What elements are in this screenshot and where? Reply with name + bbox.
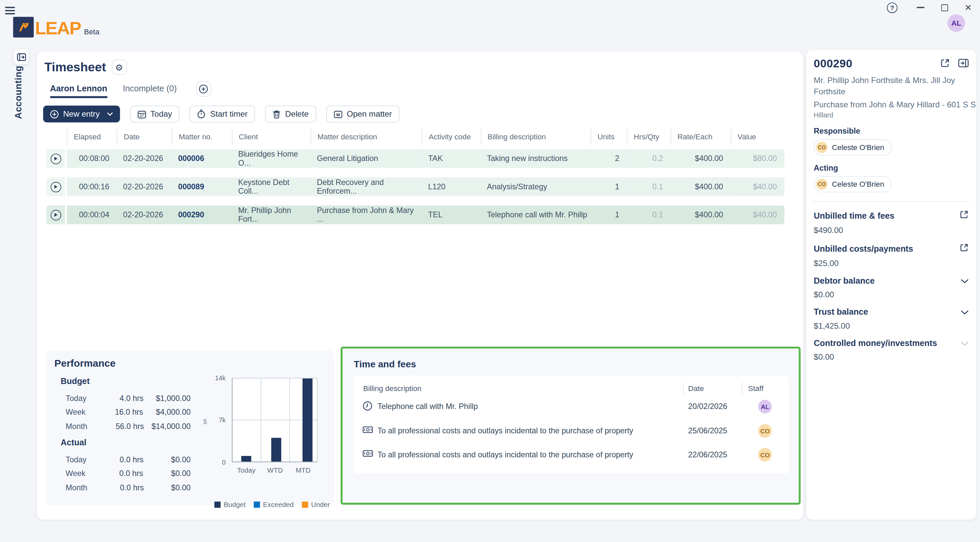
col-header-matter-description: Matter description [310, 129, 422, 145]
help-icon[interactable]: ? [887, 2, 897, 13]
calendar-icon [137, 110, 146, 118]
matter-no-link[interactable]: 000290 [178, 210, 204, 219]
col-header-hrs-qty: Hrs/Qty [627, 129, 670, 145]
matter-number-title: 000290 [814, 57, 853, 70]
staff-avatar: AL [758, 400, 772, 413]
gear-icon: ⚙ [115, 63, 123, 71]
matter-description: Purchase from John & Mary Hillard - 601 … [814, 100, 969, 109]
col-header-date: Date [117, 129, 172, 145]
time-fee-entry[interactable]: To all professional costs and outlays in… [354, 447, 789, 464]
time-fee-entry[interactable]: Telephone call with Mr. Phillp 20/02/202… [354, 399, 789, 415]
trash-icon [272, 110, 280, 118]
divider [813, 201, 970, 202]
window-controls: ? ✕ [887, 0, 980, 15]
timesheet-panel: Timesheet ⚙ Aaron Lennon Incomplete (0) … [37, 52, 803, 520]
staff-avatar: CO [758, 424, 772, 437]
today-button[interactable]: Today [130, 106, 180, 123]
svg-text:M: M [336, 112, 340, 117]
avatar: CO [816, 179, 827, 190]
avatar: CO [816, 142, 827, 153]
stopwatch-icon [197, 109, 206, 119]
controlled-money-label: Controlled money/investments [814, 339, 969, 348]
plus-circle-icon [50, 110, 59, 118]
unbilled-time-fees-value: $490.00 [814, 225, 969, 235]
delete-button[interactable]: Delete [265, 106, 316, 123]
play-timer-icon[interactable] [50, 181, 61, 192]
col-header-units: Units [591, 129, 627, 145]
start-timer-button[interactable]: Start timer [189, 106, 255, 123]
tab-aaron-lennon[interactable]: Aaron Lennon [50, 84, 107, 98]
chevron-down-icon[interactable] [961, 307, 969, 317]
logo-text: LEAP [35, 19, 81, 37]
matter-sub-label: Hillard [814, 111, 969, 119]
col-header-rate-each: Rate/Each [671, 129, 731, 145]
open-matter-external-icon[interactable] [940, 58, 950, 70]
add-tab-button[interactable] [196, 81, 211, 97]
col-header-billing-description: Billing description [480, 129, 591, 145]
time-fee-entry[interactable]: To all professional costs and outlays in… [354, 423, 789, 440]
debtor-balance-value: $0.00 [814, 290, 969, 299]
trust-balance-label: Trust balance [814, 307, 969, 317]
acting-label: Acting [814, 164, 969, 172]
col-header-matter-no: Matter no. [172, 129, 232, 145]
table-header-row: Elapsed Date Matter no. Client Matter de… [46, 129, 794, 145]
acting-person-chip[interactable]: CO Celeste O'Brien [814, 176, 892, 192]
plus-circle-icon [199, 84, 208, 94]
table-row[interactable]: 00:08:00 02-20-2026 000006 Blueridges Ho… [46, 149, 794, 168]
app-window: ? ✕ LEAP Beta AL Accounting Timesheet ⚙ … [0, 0, 980, 542]
matter-details-sidebar: 000290 Mr. Phillip John Forthsite & Mrs.… [806, 50, 976, 520]
bar-wtd [271, 437, 281, 461]
trust-balance-value: $1,425.00 [814, 321, 969, 330]
external-link-icon[interactable] [959, 210, 969, 221]
sidebar-section-accounting: Accounting [12, 66, 23, 119]
controlled-money-value: $0.00 [814, 352, 969, 362]
matter-no-link[interactable]: 000089 [178, 182, 204, 191]
legend-swatch-exceeded [253, 502, 260, 508]
timesheet-settings-button[interactable]: ⚙ [112, 59, 127, 75]
leap-logo-icon [13, 17, 34, 38]
bar-mtd [302, 378, 313, 461]
legend-swatch-budget [215, 502, 221, 508]
time-and-fees-panel-highlighted: Time and fees Billing description Date S… [340, 347, 800, 505]
banknote-icon [363, 425, 373, 436]
tab-incomplete[interactable]: Incomplete (0) [123, 84, 177, 98]
close-button[interactable]: ✕ [956, 0, 980, 15]
banknote-icon [363, 449, 373, 460]
beta-badge: Beta [84, 27, 99, 36]
col-header-elapsed: Elapsed [67, 129, 117, 145]
external-link-icon[interactable] [959, 243, 969, 254]
unbilled-costs-label: Unbilled costs/payments [814, 243, 969, 254]
budget-label: Budget [61, 377, 90, 386]
performance-title: Performance [54, 358, 115, 369]
col-header-client: Client [232, 129, 310, 145]
play-timer-icon[interactable] [50, 210, 61, 220]
debtor-balance-label: Debtor balance [814, 276, 969, 285]
chevron-down-icon[interactable] [961, 339, 969, 348]
open-matter-button[interactable]: M Open matter [326, 106, 399, 123]
actual-label: Actual [61, 437, 86, 447]
expand-panel-button[interactable] [14, 49, 29, 64]
hamburger-menu-icon[interactable] [4, 4, 16, 15]
play-timer-icon[interactable] [50, 153, 61, 164]
minimize-button[interactable] [908, 0, 932, 15]
page-title: Timesheet [45, 60, 106, 74]
time-and-fees-table: Billing description Date Staff Telephone… [354, 376, 789, 473]
performance-panel: Performance Budget Today4.0 hrs$1,000.00… [46, 350, 334, 506]
table-row[interactable]: 00:00:16 02-20-2026 000089 Keystone Debt… [46, 177, 794, 196]
matter-no-link[interactable]: 000006 [178, 154, 204, 163]
col-header-value: Value [730, 129, 784, 145]
responsible-person-chip[interactable]: CO Celeste O'Brien [814, 139, 892, 156]
client-name: Mr. Phillip John Forthsite & Mrs. Jill J… [814, 75, 963, 97]
time-and-fees-header-row: Billing description Date Staff [354, 382, 789, 395]
chevron-down-icon[interactable] [961, 276, 969, 285]
legend-swatch-under [302, 502, 308, 508]
maximize-button[interactable] [932, 0, 956, 15]
new-entry-button[interactable]: New entry [43, 106, 120, 123]
col-header-activity-code: Activity code [422, 129, 480, 145]
table-row-selected[interactable]: 00:00:04 02-20-2026 000290 Mr. Phillip J… [46, 205, 794, 224]
unbilled-time-fees-label: Unbilled time & fees [814, 210, 969, 221]
matter-folder-icon: M [334, 110, 342, 118]
collapse-panel-icon[interactable] [958, 58, 969, 70]
user-avatar[interactable]: AL [948, 14, 965, 32]
timesheet-toolbar: New entry Today Start timer Delete M Ope… [43, 106, 803, 123]
